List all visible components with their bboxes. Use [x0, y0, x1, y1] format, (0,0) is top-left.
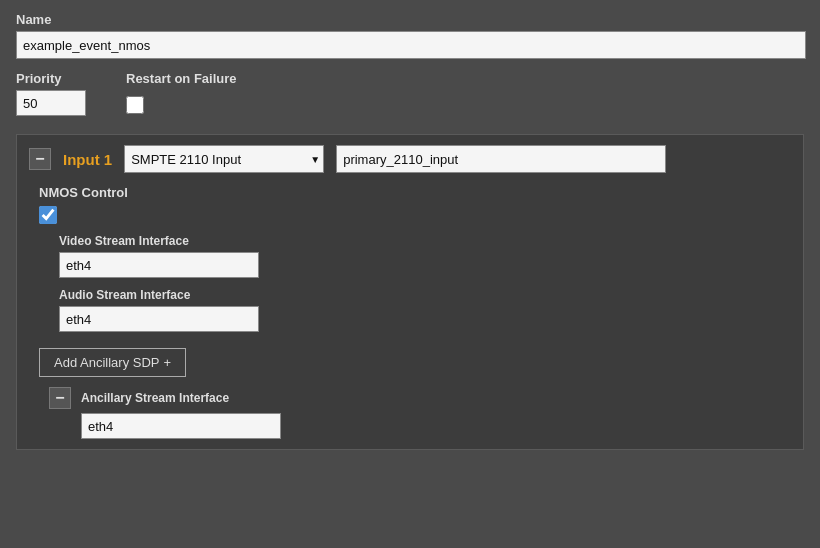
ancillary-collapse-button[interactable]: − — [49, 387, 71, 409]
add-ancillary-button[interactable]: Add Ancillary SDP + — [39, 348, 186, 377]
priority-group: Priority — [16, 71, 86, 116]
input-type-select[interactable]: SMPTE 2110 Input SDI Input NDI Input — [124, 145, 324, 173]
input-type-wrapper: SMPTE 2110 Input SDI Input NDI Input ▼ — [124, 145, 324, 173]
audio-stream-label: Audio Stream Interface — [59, 288, 791, 302]
nmos-section: NMOS Control Video Stream Interface Audi… — [29, 185, 791, 439]
video-stream-input[interactable] — [59, 252, 259, 278]
add-ancillary-label: Add Ancillary SDP — [54, 355, 160, 370]
ancillary-header: − Ancillary Stream Interface — [49, 387, 791, 409]
video-stream-group: Video Stream Interface — [59, 234, 791, 278]
restart-checkbox[interactable] — [126, 96, 144, 114]
name-label: Name — [16, 12, 804, 27]
plus-icon: + — [164, 355, 172, 370]
audio-stream-input[interactable] — [59, 306, 259, 332]
input-collapse-button[interactable]: − — [29, 148, 51, 170]
input-section: − Input 1 SMPTE 2110 Input SDI Input NDI… — [16, 134, 804, 450]
input-name-field[interactable] — [336, 145, 666, 173]
name-input[interactable] — [16, 31, 806, 59]
input-title: Input 1 — [63, 151, 112, 168]
audio-stream-group: Audio Stream Interface — [59, 288, 791, 332]
restart-label: Restart on Failure — [126, 71, 237, 86]
priority-label: Priority — [16, 71, 86, 86]
nmos-control-label: NMOS Control — [39, 185, 791, 200]
ancillary-stream-label: Ancillary Stream Interface — [81, 391, 229, 405]
video-stream-label: Video Stream Interface — [59, 234, 791, 248]
ancillary-section: − Ancillary Stream Interface — [39, 387, 791, 439]
priority-restart-section: Priority Restart on Failure — [16, 71, 804, 118]
priority-input[interactable] — [16, 90, 86, 116]
name-section: Name — [16, 12, 804, 59]
nmos-checkbox[interactable] — [39, 206, 57, 224]
input-header: − Input 1 SMPTE 2110 Input SDI Input NDI… — [29, 145, 791, 173]
restart-group: Restart on Failure — [126, 71, 237, 118]
ancillary-stream-input[interactable] — [81, 413, 281, 439]
